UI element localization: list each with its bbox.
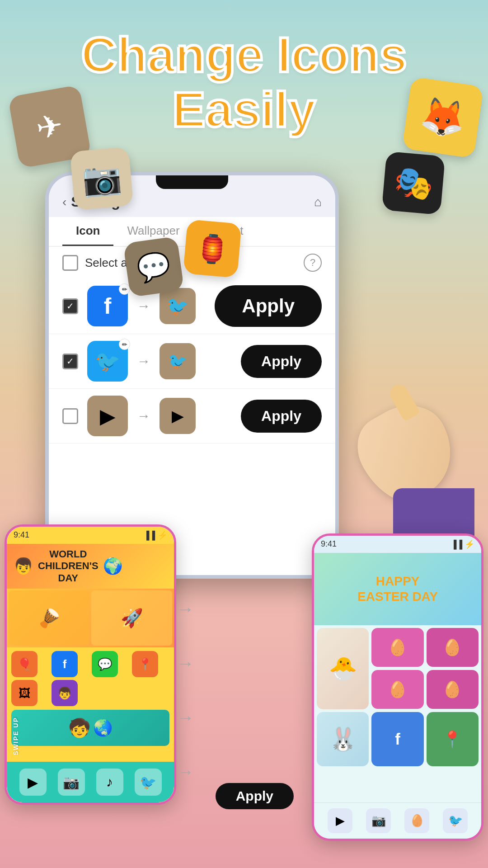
left-apps-grid: 🎈 f 💬 📍 🖼 👦 [7,647,174,710]
apply-button-1[interactable]: Apply [215,285,322,327]
right-dock-instagram[interactable]: 📷 [366,808,391,833]
easter-cell-large: 🐣 [317,628,369,709]
illustration-area: 🧒 🌏 [11,710,169,746]
easter-title: HAPPYEASTER DAY [357,574,438,604]
children-day-banner: 👦 WORLDCHILDREN'SDAY 🌍 [7,544,174,589]
target-icon-3: ▶ [160,398,196,434]
dock-tiktok[interactable]: ♪ [96,769,123,796]
right-time: 9:41 [321,539,337,549]
children-day-title: WORLDCHILDREN'SDAY [38,548,99,584]
main-heading: Change Icons Easily [41,27,447,137]
phone-arrow-3: → [176,708,194,728]
select-all-checkbox[interactable] [62,255,78,271]
left-signal: ▐▐ ⚡ [143,530,167,540]
phone-notch [156,175,228,189]
right-phone: 9:41 ▐▐ ⚡ HAPPYEASTER DAY 🐣 🥚 🥚 🥚 🥚 🐰 f … [312,533,483,841]
hand-image [361,407,474,542]
easter-cell: 🥚 [427,670,479,709]
easter-location-cell: 📍 [427,712,479,766]
arrow-icon: → [137,298,150,314]
table-row: ✓ f ✏ → 🐦 Apply [49,278,335,334]
wallpaper-area: 🪘 🚀 [7,589,174,647]
easter-cell: 🥚 [427,628,479,667]
target-icon-1: 🐦 [160,288,196,324]
phone-arrow-4: → [176,762,194,782]
row-checkbox-1[interactable]: ✓ [62,298,78,314]
back-arrow-icon[interactable]: ‹ [62,195,66,209]
easter-facebook-cell: f [371,712,423,766]
dock-instagram[interactable]: 📷 [58,769,85,796]
right-dock-egg[interactable]: 🥚 [404,808,429,833]
arrow-icon-2: → [137,354,150,369]
app-cell[interactable]: f [52,651,78,677]
left-phone-screen: 9:41 ▐▐ ⚡ 👦 WORLDCHILDREN'SDAY 🌍 🪘 🚀 🎈 f… [7,527,174,802]
tab-icon[interactable]: Icon [62,217,113,246]
home-icon[interactable]: ⌂ [314,195,322,209]
right-dock-youtube[interactable]: ▶ [328,808,352,833]
table-row: ▶ → ▶ Apply [49,389,335,443]
swipe-up-label: SWIPE UP [12,717,19,755]
app-cell[interactable]: 👦 [52,680,78,706]
instagram-icon: 📷 [70,147,134,211]
phone-arrow-1: → [176,599,194,619]
apply-button-3[interactable]: Apply [241,400,322,433]
dock-youtube[interactable]: ▶ [19,769,47,796]
help-button[interactable]: ? [304,254,322,272]
left-phone: 9:41 ▐▐ ⚡ 👦 WORLDCHILDREN'SDAY 🌍 🪘 🚀 🎈 f… [5,524,176,805]
easter-cell: 🥚 [371,670,423,709]
app-cell[interactable]: 📍 [132,651,158,677]
row-checkbox-3[interactable] [62,408,78,424]
heading-line1: Change Icons [41,27,447,82]
left-time: 9:41 [14,530,29,540]
bottom-apply-button[interactable]: Apply [216,783,294,809]
right-dock-twitter[interactable]: 🐦 [443,808,468,833]
left-status-bar: 9:41 ▐▐ ⚡ [7,527,174,544]
apply-button-2[interactable]: Apply [241,345,322,378]
row-checkbox-2[interactable]: ✓ [62,354,78,369]
lantern-icon: 🏮 [183,219,242,278]
phone-arrow-2: → [176,653,194,674]
target-icon-2: 🐦 [160,343,196,379]
twitter-icon: 🐦 ✏ [87,341,128,382]
edit-badge-2: ✏ [119,339,130,350]
easter-grid: 🐣 🥚 🥚 🥚 🥚 [314,625,481,712]
table-row: ✓ 🐦 ✏ → 🐦 Apply [49,334,335,389]
app-cell[interactable]: 🎈 [11,651,38,677]
youtube-icon: ▶ [87,396,128,436]
heading-line2: Easily [41,82,447,137]
fox-icon: 🦊 [402,77,484,159]
arrow-icon-3: → [137,408,150,424]
easter-cell: 🥚 [371,628,423,667]
right-dock: ▶ 📷 🥚 🐦 [314,802,481,839]
right-phone-screen: 9:41 ▐▐ ⚡ HAPPYEASTER DAY 🐣 🥚 🥚 🥚 🥚 🐰 f … [314,536,481,839]
app-cell[interactable]: 🖼 [11,680,38,706]
app-cell[interactable]: 💬 [92,651,118,677]
easter-banner: HAPPYEASTER DAY [314,553,481,625]
right-signal: ▐▐ ⚡ [450,539,474,549]
easter-grid-2: 🐰 f 📍 [314,712,481,769]
left-dock: ▶ 📷 ♪ 🐦 [7,762,174,802]
whatsapp-icon: 💬 [123,236,184,297]
easter-bunny-cell: 🐰 [317,712,369,766]
mask-icon: 🎭 [382,151,446,215]
dock-twitter[interactable]: 🐦 [135,769,162,796]
right-status-bar: 9:41 ▐▐ ⚡ [314,536,481,553]
facebook-icon: f ✏ [87,286,128,326]
